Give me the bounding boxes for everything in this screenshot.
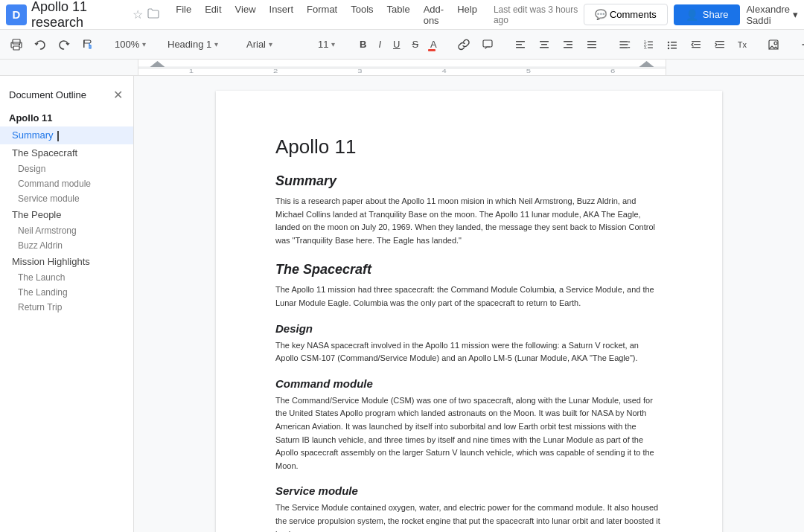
align-right-button[interactable] — [558, 36, 578, 54]
svg-rect-23 — [648, 47, 653, 48]
font-select[interactable]: Arial ▾ — [242, 36, 302, 52]
svg-rect-4 — [83, 40, 85, 48]
section-content-service-module[interactable]: The Service Module contained oxygen, wat… — [275, 501, 663, 532]
svg-rect-14 — [564, 47, 572, 48]
outline-item-buzz[interactable]: Buzz Aldrin — [0, 238, 133, 253]
clear-formatting-button[interactable]: Tx — [733, 37, 751, 52]
underline-button[interactable]: U — [389, 36, 404, 53]
svg-text:3.: 3. — [644, 45, 647, 50]
section-content-design[interactable]: The key NASA spacecraft involved in the … — [275, 339, 663, 365]
share-button[interactable]: 👤 Share — [674, 4, 741, 25]
sidebar-title: Document Outline — [9, 89, 86, 100]
document-title[interactable]: Apollo 11 — [275, 135, 663, 158]
comments-button[interactable]: 💬 Comments — [584, 4, 668, 25]
font-size-select[interactable]: 11 ▾ — [313, 36, 343, 52]
increase-indent-button[interactable] — [709, 36, 730, 54]
user-info[interactable]: Alexandre Saddi ▾ — [746, 4, 798, 26]
bullet-list-button[interactable] — [662, 36, 683, 54]
outline-item-spacecraft[interactable]: The Spacecraft — [0, 144, 133, 161]
insert-comment-button[interactable] — [477, 36, 498, 54]
menu-file[interactable]: File — [170, 1, 197, 29]
outline-item-service-module[interactable]: Service module — [0, 191, 133, 206]
svg-marker-46 — [639, 61, 654, 67]
outline-item-launch[interactable]: The Launch — [0, 270, 133, 285]
svg-rect-28 — [671, 45, 677, 45]
style-select[interactable]: Heading 1 ▾ — [163, 36, 230, 52]
menu-view[interactable]: View — [229, 1, 262, 29]
outline-item-design[interactable]: Design — [0, 161, 133, 176]
insert-link-button[interactable] — [453, 36, 474, 54]
cursor-here — [57, 131, 59, 141]
svg-rect-15 — [587, 41, 596, 42]
svg-rect-5 — [483, 40, 492, 47]
chevron-down-icon: ▾ — [793, 9, 798, 20]
svg-rect-31 — [694, 44, 701, 45]
redo-button[interactable] — [54, 36, 74, 54]
svg-rect-27 — [671, 42, 677, 42]
zoom-select[interactable]: 100% ▾ — [110, 36, 151, 52]
italic-button[interactable]: I — [374, 36, 386, 53]
svg-rect-32 — [692, 47, 701, 48]
comment-icon: 💬 — [595, 9, 607, 20]
document-area[interactable]: Apollo 11 Summary This is a research pap… — [134, 76, 804, 532]
svg-rect-16 — [587, 44, 596, 45]
folder-icon[interactable] — [147, 8, 159, 21]
line-spacing-button[interactable] — [614, 36, 635, 54]
doc-title[interactable]: Apollo 11 research — [31, 0, 125, 31]
top-bar: D Apollo 11 research ☆ File Edit View In… — [0, 0, 804, 30]
outline-item-apollo11[interactable]: Apollo 11 — [0, 109, 133, 126]
menu-format[interactable]: Format — [301, 1, 343, 29]
svg-text:3: 3 — [357, 67, 363, 74]
outline-item-command-module[interactable]: Command module — [0, 176, 133, 191]
svg-text:4: 4 — [441, 67, 447, 74]
section-content-summary[interactable]: This is a research paper about the Apoll… — [275, 195, 663, 247]
svg-rect-35 — [715, 47, 724, 48]
svg-text:6: 6 — [610, 67, 616, 74]
outline-item-return[interactable]: Return Trip — [0, 300, 133, 315]
print-button[interactable] — [6, 36, 27, 54]
section-heading-spacecraft[interactable]: The Spacecraft — [275, 262, 663, 278]
sidebar: Document Outline ✕ Apollo 11 Summary The… — [0, 76, 134, 532]
menu-help[interactable]: Help — [451, 1, 483, 29]
bold-button[interactable]: B — [355, 36, 371, 53]
section-content-spacecraft[interactable]: The Apollo 11 mission had three spacecra… — [275, 283, 663, 310]
section-heading-service-module[interactable]: Service module — [275, 484, 663, 497]
svg-rect-0 — [13, 39, 20, 44]
align-left-button[interactable] — [510, 36, 531, 54]
menu-tools[interactable]: Tools — [345, 1, 379, 29]
justify-button[interactable] — [581, 36, 602, 54]
undo-button[interactable] — [30, 36, 51, 54]
svg-point-24 — [668, 41, 669, 42]
ruler: 1 2 3 4 5 6 — [0, 60, 804, 76]
align-center-button[interactable] — [534, 36, 555, 54]
top-right-actions: 💬 Comments 👤 Share Alexandre Saddi ▾ — [584, 4, 798, 26]
outline-item-summary[interactable]: Summary — [0, 126, 133, 144]
document-page[interactable]: Apollo 11 Summary This is a research pap… — [216, 91, 722, 532]
more-options-button[interactable] — [796, 36, 804, 54]
section-heading-command-module[interactable]: Command module — [275, 377, 663, 390]
outline-item-landing[interactable]: The Landing — [0, 285, 133, 300]
section-heading-summary[interactable]: Summary — [275, 173, 663, 189]
text-color-button[interactable]: A — [426, 36, 441, 53]
svg-rect-8 — [516, 47, 525, 48]
outline-item-mission-highlights[interactable]: Mission Highlights — [0, 253, 133, 270]
numbered-list-button[interactable]: 1.2.3. — [638, 36, 659, 54]
section-heading-design[interactable]: Design — [275, 322, 663, 335]
menu-edit[interactable]: Edit — [199, 1, 227, 29]
app-icon: D — [6, 4, 27, 25]
app-icon-letter: D — [13, 8, 21, 21]
outline-item-people[interactable]: The People — [0, 206, 133, 223]
star-icon[interactable]: ☆ — [133, 7, 143, 22]
style-dropdown-arrow: ▾ — [214, 40, 218, 48]
menu-addons[interactable]: Add-ons — [418, 1, 450, 29]
strikethrough-button[interactable]: S — [407, 36, 423, 53]
menu-insert[interactable]: Insert — [264, 1, 300, 29]
decrease-indent-button[interactable] — [686, 36, 706, 54]
paint-format-button[interactable] — [77, 36, 98, 54]
outline-item-neil[interactable]: Neil Armstrong — [0, 223, 133, 238]
insert-image-button[interactable] — [763, 36, 784, 54]
menu-table[interactable]: Table — [381, 1, 416, 29]
sidebar-close-button[interactable]: ✕ — [112, 86, 124, 103]
section-content-command-module[interactable]: The Command/Service Module (CSM) was one… — [275, 394, 663, 473]
svg-point-26 — [668, 47, 669, 48]
